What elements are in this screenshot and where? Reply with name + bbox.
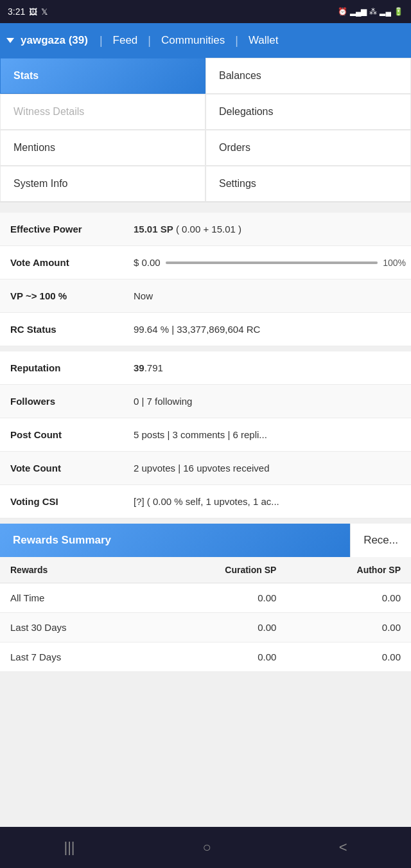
stat-value-votes: 2 upvotes | 16 upvotes received	[128, 456, 411, 480]
vote-amount-text: $ 0.00	[134, 257, 161, 268]
tab-witness: Witness Details	[0, 94, 206, 130]
stat-rep-decimal: .791	[144, 362, 163, 373]
section-gap-2	[0, 346, 411, 351]
stat-value-rc: 99.64 % | 33,377,869,604 RC	[128, 317, 411, 341]
nav-wallet[interactable]: Wallet	[243, 34, 284, 47]
tab-settings[interactable]: Settings	[206, 166, 411, 202]
rewards-table: Rewards Curation SP Author SP All Time 0…	[0, 557, 411, 672]
stat-label-votes: Vote Count	[0, 456, 128, 480]
nav-username[interactable]: yawgaza (39)	[21, 34, 88, 47]
nav-home-button[interactable]: ○	[183, 833, 230, 862]
vote-slider-fill	[166, 261, 378, 264]
dropdown-arrow-icon	[6, 38, 14, 43]
tabs-grid: Stats Balances Witness Details Delegatio…	[0, 58, 411, 202]
rewards-table-head: Rewards Curation SP Author SP	[0, 557, 411, 583]
section-gap-1	[0, 202, 411, 208]
tab-stats[interactable]: Stats	[0, 58, 206, 94]
stat-vote-count: Vote Count 2 upvotes | 16 upvotes receiv…	[0, 452, 411, 485]
rewards-tab-active[interactable]: Rewards Summary	[0, 524, 350, 557]
stat-value-vp: Now	[128, 284, 411, 308]
tab-sysinfo[interactable]: System Info	[0, 166, 206, 202]
col-author: Author SP	[286, 557, 411, 583]
col-rewards: Rewards	[0, 557, 148, 583]
content-area: Stats Balances Witness Details Delegatio…	[0, 58, 411, 731]
tab-balances[interactable]: Balances	[206, 58, 411, 94]
stat-value-reputation: 39.791	[128, 356, 411, 380]
nav-divider-2: |	[143, 34, 156, 48]
alarm-icon: ⏰	[338, 7, 347, 16]
table-row: All Time 0.00 0.00	[0, 583, 411, 613]
vote-slider-track[interactable]	[166, 261, 378, 264]
nav-feed[interactable]: Feed	[108, 34, 143, 47]
author-alltime: 0.00	[286, 583, 411, 613]
stat-label-rc: RC Status	[0, 317, 128, 341]
photo-icon: 🖼	[29, 7, 37, 17]
tab-mentions[interactable]: Mentions	[0, 130, 206, 166]
top-nav: yawgaza (39) | Feed | Communities | Wall…	[0, 23, 411, 58]
stat-reputation: Reputation 39.791	[0, 351, 411, 385]
curation-alltime: 0.00	[148, 583, 286, 613]
period-7days: Last 7 Days	[0, 642, 148, 672]
bottom-bar: ||| ○ <	[0, 827, 411, 868]
stat-post-count: Post Count 5 posts | 3 comments | 6 repl…	[0, 418, 411, 452]
period-alltime: All Time	[0, 583, 148, 613]
stat-label-csi: Voting CSI	[0, 490, 128, 513]
bottom-spacer	[0, 672, 411, 685]
stat-label-reputation: Reputation	[0, 356, 128, 380]
status-left: 3:21 🖼 𝕏	[8, 6, 48, 17]
rewards-header-row: Rewards Curation SP Author SP	[0, 557, 411, 583]
stat-rc-status: RC Status 99.64 % | 33,377,869,604 RC	[0, 313, 411, 346]
stat-effective-power: Effective Power 15.01 SP ( 0.00 + 15.01 …	[0, 213, 411, 246]
stat-vp: VP ~> 100 % Now	[0, 279, 411, 313]
stat-rep-bold: 39	[134, 362, 144, 373]
stat-value-csi: [?] ( 0.00 % self, 1 upvotes, 1 ac...	[128, 490, 411, 513]
stat-vote-amount: Vote Amount $ 0.00 100%	[0, 246, 411, 279]
nav-back-button[interactable]: <	[320, 833, 367, 862]
signal-icon: ▂▄▆	[350, 7, 367, 16]
stat-voting-csi: Voting CSI [?] ( 0.00 % self, 1 upvotes,…	[0, 485, 411, 518]
nav-user[interactable]: yawgaza (39)	[6, 34, 94, 47]
rewards-section: Rewards Summary Rece... Rewards Curation…	[0, 524, 411, 672]
stat-value-effective-power: 15.01 SP ( 0.00 + 15.01 )	[128, 217, 411, 241]
period-30days: Last 30 Days	[0, 613, 148, 642]
nav-divider-3: |	[230, 34, 243, 48]
status-right: ⏰ ▂▄▆ ⁂ ▂▄ 🔋	[338, 7, 403, 16]
col-curation: Curation SP	[148, 557, 286, 583]
author-30days: 0.00	[286, 613, 411, 642]
vote-pct: 100%	[383, 258, 406, 268]
rewards-header: Rewards Summary Rece...	[0, 524, 411, 557]
stat-label-vote-amount: Vote Amount	[0, 251, 128, 274]
curation-7days: 0.00	[148, 642, 286, 672]
rewards-table-body: All Time 0.00 0.00 Last 30 Days 0.00 0.0…	[0, 583, 411, 672]
stat-followers: Followers 0 | 7 following	[0, 385, 411, 418]
stat-label-followers: Followers	[0, 389, 128, 413]
vote-slider-container: $ 0.00 100%	[128, 251, 411, 274]
stat-label-effective-power: Effective Power	[0, 217, 128, 241]
wifi-icon: ⁂	[369, 7, 377, 16]
battery-icon: 🔋	[394, 7, 403, 16]
section-gap-3	[0, 518, 411, 524]
stat-value-rest: ( 0.00 + 15.01 )	[173, 224, 241, 235]
status-time: 3:21	[8, 6, 25, 17]
status-bar: 3:21 🖼 𝕏 ⏰ ▂▄▆ ⁂ ▂▄ 🔋	[0, 0, 411, 23]
signal2-icon: ▂▄	[380, 7, 391, 16]
table-row: Last 7 Days 0.00 0.00	[0, 642, 411, 672]
table-row: Last 30 Days 0.00 0.00	[0, 613, 411, 642]
stat-value-posts: 5 posts | 3 comments | 6 repli...	[128, 423, 411, 447]
nav-divider-1: |	[94, 34, 108, 48]
stat-value-bold: 15.01 SP	[134, 224, 173, 235]
author-7days: 0.00	[286, 642, 411, 672]
curation-30days: 0.00	[148, 613, 286, 642]
stat-label-vp: VP ~> 100 %	[0, 284, 128, 308]
rewards-tab-recent[interactable]: Rece...	[350, 524, 411, 557]
stats-section: Effective Power 15.01 SP ( 0.00 + 15.01 …	[0, 213, 411, 518]
stat-label-posts: Post Count	[0, 423, 128, 447]
tab-delegations[interactable]: Delegations	[206, 94, 411, 130]
nav-communities[interactable]: Communities	[156, 34, 230, 47]
nav-recents-button[interactable]: |||	[44, 833, 94, 862]
stat-value-followers: 0 | 7 following	[128, 389, 411, 413]
tab-orders[interactable]: Orders	[206, 130, 411, 166]
twitter-icon: 𝕏	[41, 7, 48, 17]
